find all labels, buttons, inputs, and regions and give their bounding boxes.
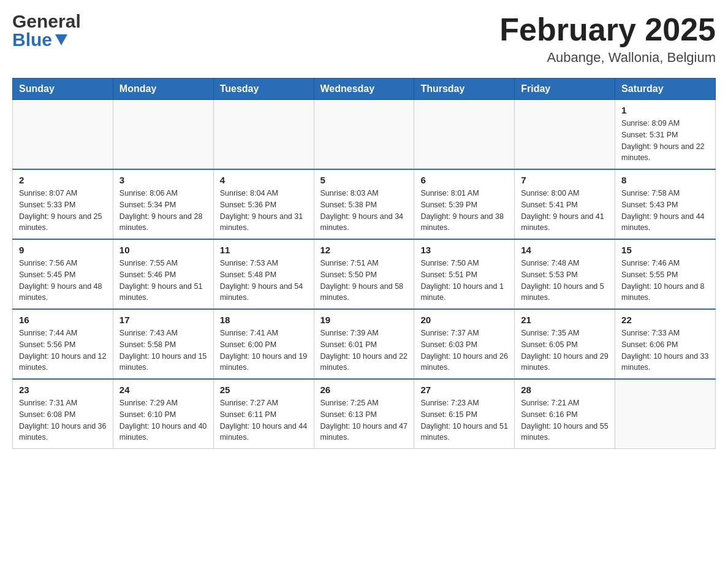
day-info: Sunrise: 8:03 AM Sunset: 5:38 PM Dayligh… [320, 188, 408, 234]
calendar-cell: 28Sunrise: 7:21 AM Sunset: 6:16 PM Dayli… [515, 379, 615, 449]
day-number: 14 [521, 245, 609, 255]
calendar-cell: 19Sunrise: 7:39 AM Sunset: 6:01 PM Dayli… [314, 309, 414, 379]
logo-blue-text: Blue [12, 31, 52, 49]
day-number: 13 [420, 245, 508, 255]
day-info: Sunrise: 7:39 AM Sunset: 6:01 PM Dayligh… [320, 327, 408, 373]
day-info: Sunrise: 7:37 AM Sunset: 6:03 PM Dayligh… [420, 327, 508, 373]
day-info: Sunrise: 8:04 AM Sunset: 5:36 PM Dayligh… [220, 188, 308, 234]
calendar-cell: 21Sunrise: 7:35 AM Sunset: 6:05 PM Dayli… [515, 309, 615, 379]
day-number: 19 [320, 315, 408, 325]
calendar-cell [13, 100, 113, 170]
day-number: 12 [320, 245, 408, 255]
calendar-cell: 10Sunrise: 7:55 AM Sunset: 5:46 PM Dayli… [113, 239, 213, 309]
day-number: 3 [119, 175, 207, 185]
weekday-header-wednesday: Wednesday [314, 79, 414, 100]
day-info: Sunrise: 7:44 AM Sunset: 5:56 PM Dayligh… [19, 327, 107, 373]
day-info: Sunrise: 7:33 AM Sunset: 6:06 PM Dayligh… [621, 327, 709, 373]
day-number: 8 [621, 175, 709, 185]
location-title: Aubange, Wallonia, Belgium [499, 50, 716, 66]
day-info: Sunrise: 7:43 AM Sunset: 5:58 PM Dayligh… [119, 327, 207, 373]
weekday-header-saturday: Saturday [615, 79, 716, 100]
calendar-cell: 16Sunrise: 7:44 AM Sunset: 5:56 PM Dayli… [13, 309, 113, 379]
logo-blue-row: Blue [12, 31, 81, 49]
day-number: 5 [320, 175, 408, 185]
day-number: 16 [19, 315, 107, 325]
weekday-header-tuesday: Tuesday [213, 79, 314, 100]
weekday-header-thursday: Thursday [414, 79, 515, 100]
logo-name: General Blue [12, 12, 81, 49]
month-title: February 2025 [499, 12, 716, 47]
day-number: 11 [220, 245, 308, 255]
day-number: 2 [19, 175, 107, 185]
calendar-cell [414, 100, 515, 170]
day-number: 24 [119, 385, 207, 395]
day-info: Sunrise: 7:56 AM Sunset: 5:45 PM Dayligh… [19, 258, 107, 304]
day-info: Sunrise: 7:31 AM Sunset: 6:08 PM Dayligh… [19, 397, 107, 443]
day-info: Sunrise: 7:55 AM Sunset: 5:46 PM Dayligh… [119, 258, 207, 304]
calendar-cell: 24Sunrise: 7:29 AM Sunset: 6:10 PM Dayli… [113, 379, 213, 449]
calendar-cell: 18Sunrise: 7:41 AM Sunset: 6:00 PM Dayli… [213, 309, 314, 379]
calendar-cell: 2Sunrise: 8:07 AM Sunset: 5:33 PM Daylig… [13, 169, 113, 239]
calendar-cell: 4Sunrise: 8:04 AM Sunset: 5:36 PM Daylig… [213, 169, 314, 239]
calendar-cell: 11Sunrise: 7:53 AM Sunset: 5:48 PM Dayli… [213, 239, 314, 309]
day-number: 22 [621, 315, 709, 325]
calendar-cell: 27Sunrise: 7:23 AM Sunset: 6:15 PM Dayli… [414, 379, 515, 449]
day-info: Sunrise: 7:58 AM Sunset: 5:43 PM Dayligh… [621, 188, 709, 234]
calendar-cell: 26Sunrise: 7:25 AM Sunset: 6:13 PM Dayli… [314, 379, 414, 449]
calendar-week-row: 2Sunrise: 8:07 AM Sunset: 5:33 PM Daylig… [13, 169, 716, 239]
calendar-cell: 8Sunrise: 7:58 AM Sunset: 5:43 PM Daylig… [615, 169, 716, 239]
calendar-cell [515, 100, 615, 170]
page-header: General Blue February 2025 Aubange, Wall… [12, 12, 716, 66]
day-info: Sunrise: 7:46 AM Sunset: 5:55 PM Dayligh… [621, 258, 709, 304]
calendar-cell: 9Sunrise: 7:56 AM Sunset: 5:45 PM Daylig… [13, 239, 113, 309]
day-number: 6 [420, 175, 508, 185]
logo-general-text: General [12, 12, 81, 31]
day-number: 27 [420, 385, 508, 395]
weekday-header-friday: Friday [515, 79, 615, 100]
calendar-cell: 12Sunrise: 7:51 AM Sunset: 5:50 PM Dayli… [314, 239, 414, 309]
calendar-cell: 5Sunrise: 8:03 AM Sunset: 5:38 PM Daylig… [314, 169, 414, 239]
calendar-cell: 22Sunrise: 7:33 AM Sunset: 6:06 PM Dayli… [615, 309, 716, 379]
day-info: Sunrise: 7:21 AM Sunset: 6:16 PM Dayligh… [521, 397, 609, 443]
day-number: 7 [521, 175, 609, 185]
day-number: 9 [19, 245, 107, 255]
day-info: Sunrise: 8:00 AM Sunset: 5:41 PM Dayligh… [521, 188, 609, 234]
weekday-header-sunday: Sunday [13, 79, 113, 100]
calendar-cell [113, 100, 213, 170]
calendar-cell: 3Sunrise: 8:06 AM Sunset: 5:34 PM Daylig… [113, 169, 213, 239]
day-number: 4 [220, 175, 308, 185]
calendar-cell: 14Sunrise: 7:48 AM Sunset: 5:53 PM Dayli… [515, 239, 615, 309]
calendar-week-row: 23Sunrise: 7:31 AM Sunset: 6:08 PM Dayli… [13, 379, 716, 449]
calendar-cell: 1Sunrise: 8:09 AM Sunset: 5:31 PM Daylig… [615, 100, 716, 170]
calendar-cell: 20Sunrise: 7:37 AM Sunset: 6:03 PM Dayli… [414, 309, 515, 379]
title-block: February 2025 Aubange, Wallonia, Belgium [499, 12, 716, 66]
calendar-cell: 7Sunrise: 8:00 AM Sunset: 5:41 PM Daylig… [515, 169, 615, 239]
logo: General Blue [12, 12, 81, 49]
day-number: 15 [621, 245, 709, 255]
day-info: Sunrise: 7:41 AM Sunset: 6:00 PM Dayligh… [220, 327, 308, 373]
svg-marker-0 [55, 34, 67, 45]
calendar-week-row: 9Sunrise: 7:56 AM Sunset: 5:45 PM Daylig… [13, 239, 716, 309]
calendar-cell: 15Sunrise: 7:46 AM Sunset: 5:55 PM Dayli… [615, 239, 716, 309]
day-number: 26 [320, 385, 408, 395]
day-info: Sunrise: 7:29 AM Sunset: 6:10 PM Dayligh… [119, 397, 207, 443]
day-info: Sunrise: 7:25 AM Sunset: 6:13 PM Dayligh… [320, 397, 408, 443]
day-info: Sunrise: 8:09 AM Sunset: 5:31 PM Dayligh… [621, 118, 709, 164]
calendar-week-row: 16Sunrise: 7:44 AM Sunset: 5:56 PM Dayli… [13, 309, 716, 379]
day-number: 25 [220, 385, 308, 395]
day-info: Sunrise: 7:48 AM Sunset: 5:53 PM Dayligh… [521, 258, 609, 304]
day-number: 10 [119, 245, 207, 255]
day-info: Sunrise: 7:50 AM Sunset: 5:51 PM Dayligh… [420, 258, 508, 304]
calendar-cell: 17Sunrise: 7:43 AM Sunset: 5:58 PM Dayli… [113, 309, 213, 379]
day-info: Sunrise: 8:07 AM Sunset: 5:33 PM Dayligh… [19, 188, 107, 234]
day-number: 1 [621, 105, 709, 115]
calendar-cell [213, 100, 314, 170]
calendar-cell [615, 379, 716, 449]
calendar-cell: 6Sunrise: 8:01 AM Sunset: 5:39 PM Daylig… [414, 169, 515, 239]
calendar-cell: 13Sunrise: 7:50 AM Sunset: 5:51 PM Dayli… [414, 239, 515, 309]
calendar-table: SundayMondayTuesdayWednesdayThursdayFrid… [12, 78, 716, 449]
day-number: 17 [119, 315, 207, 325]
day-number: 23 [19, 385, 107, 395]
weekday-header-monday: Monday [113, 79, 213, 100]
day-info: Sunrise: 7:53 AM Sunset: 5:48 PM Dayligh… [220, 258, 308, 304]
